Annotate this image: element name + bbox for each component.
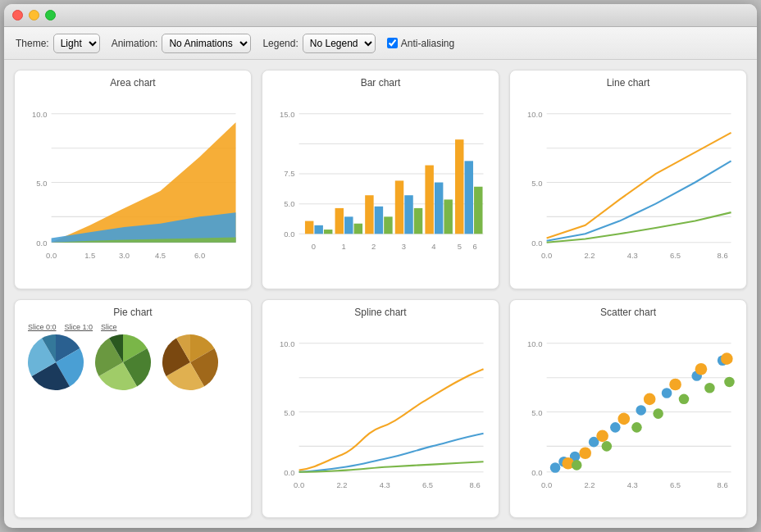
svg-rect-40 <box>465 161 473 234</box>
pie-legend-1: Slice 1:0 <box>65 323 93 331</box>
theme-selector-group: Theme: Light Dark Blue <box>16 34 100 53</box>
pie-legends: Slice 0:0 Slice 1:0 Slice <box>28 323 117 331</box>
svg-text:0.0: 0.0 <box>36 239 47 248</box>
svg-rect-27 <box>335 208 344 234</box>
svg-point-105 <box>679 393 690 404</box>
area-chart-card: Area chart 10.0 5.0 0.0 0.0 1.5 3.0 4.5 … <box>14 70 252 289</box>
bar-chart-svg: 15.0 7.5 0.0 <box>269 92 492 282</box>
svg-text:3: 3 <box>402 242 406 251</box>
svg-point-107 <box>724 376 735 387</box>
svg-point-106 <box>704 382 715 393</box>
scatter-chart-card: Scatter chart 10.0 5.0 0.0 <box>509 299 747 519</box>
svg-text:2.2: 2.2 <box>336 480 347 489</box>
svg-point-104 <box>653 408 663 419</box>
charts-grid: Area chart 10.0 5.0 0.0 0.0 1.5 3.0 4.5 … <box>4 60 757 528</box>
svg-rect-24 <box>305 221 313 234</box>
close-button[interactable] <box>12 10 23 20</box>
svg-rect-26 <box>324 230 332 234</box>
bar-chart-card: Bar chart 15.0 7.5 0.0 <box>262 70 499 289</box>
svg-text:0.0: 0.0 <box>294 480 304 489</box>
svg-point-97 <box>644 393 656 405</box>
svg-text:5.0: 5.0 <box>284 199 294 208</box>
svg-rect-38 <box>444 199 452 234</box>
svg-text:7.5: 7.5 <box>284 169 294 178</box>
svg-text:6.5: 6.5 <box>670 480 681 489</box>
line-chart-title: Line chart <box>607 77 650 89</box>
animation-select[interactable]: No Animations Fade <box>162 34 251 53</box>
title-bar <box>4 4 757 27</box>
svg-text:6: 6 <box>472 242 476 251</box>
pie-1-svg <box>28 334 84 390</box>
svg-text:10.0: 10.0 <box>527 110 542 119</box>
svg-rect-25 <box>314 225 322 234</box>
svg-point-90 <box>662 388 672 398</box>
svg-text:4.3: 4.3 <box>627 480 638 489</box>
svg-point-84 <box>550 462 561 473</box>
svg-rect-32 <box>384 216 392 234</box>
svg-point-94 <box>579 447 591 459</box>
svg-text:6.5: 6.5 <box>670 251 681 260</box>
svg-text:8.6: 8.6 <box>718 480 728 489</box>
svg-text:5.0: 5.0 <box>284 407 294 416</box>
svg-text:1: 1 <box>341 242 345 251</box>
minimize-button[interactable] <box>29 10 39 20</box>
pie-legend-2: Slice <box>101 323 117 331</box>
bar-chart-title: Bar chart <box>361 77 401 89</box>
legend-selector-group: Legend: No Legend Top Bottom <box>262 34 375 53</box>
svg-rect-41 <box>474 187 482 234</box>
svg-point-89 <box>636 405 646 416</box>
svg-text:0.0: 0.0 <box>46 251 57 260</box>
spline-chart-card: Spline chart 10.0 5.0 0.0 0.0 2.2 4.3 <box>262 299 499 519</box>
svg-rect-37 <box>435 183 443 234</box>
svg-text:15.0: 15.0 <box>280 110 294 119</box>
svg-point-99 <box>695 362 708 375</box>
pie-section: Slice 0:0 Slice 1:0 Slice <box>21 321 244 392</box>
svg-rect-29 <box>354 224 362 234</box>
svg-text:5.0: 5.0 <box>531 407 542 416</box>
svg-text:2: 2 <box>371 242 376 251</box>
antialiasing-label: Anti-aliasing <box>401 38 454 49</box>
svg-text:5: 5 <box>458 242 462 251</box>
svg-point-98 <box>669 378 681 390</box>
svg-point-88 <box>610 422 621 433</box>
svg-point-102 <box>602 441 613 452</box>
maximize-button[interactable] <box>45 10 56 20</box>
theme-label: Theme: <box>16 38 49 49</box>
pie-3-svg <box>162 334 218 390</box>
svg-rect-28 <box>344 216 353 234</box>
svg-text:3.0: 3.0 <box>119 251 130 260</box>
svg-rect-31 <box>375 207 383 234</box>
antialiasing-checkbox[interactable] <box>387 38 398 48</box>
pie-chart-title: Pie chart <box>113 307 152 318</box>
svg-text:2.2: 2.2 <box>584 251 595 260</box>
svg-text:8.6: 8.6 <box>718 251 728 260</box>
legend-select[interactable]: No Legend Top Bottom <box>303 34 376 53</box>
svg-text:0.0: 0.0 <box>531 239 542 248</box>
animation-label: Animation: <box>112 38 158 49</box>
svg-point-100 <box>721 352 733 365</box>
pie-legend-1-label[interactable]: Slice 1:0 <box>65 323 93 331</box>
svg-text:6.0: 6.0 <box>194 251 205 260</box>
svg-text:1.5: 1.5 <box>84 251 95 260</box>
svg-text:5.0: 5.0 <box>531 179 542 188</box>
main-window: Theme: Light Dark Blue Animation: No Ani… <box>4 4 757 528</box>
spline-chart-svg: 10.0 5.0 0.0 0.0 2.2 4.3 6.5 8.6 <box>269 321 492 512</box>
svg-point-95 <box>596 430 608 442</box>
svg-text:0.0: 0.0 <box>531 467 542 476</box>
svg-text:10.0: 10.0 <box>527 339 542 348</box>
svg-point-96 <box>617 412 630 425</box>
svg-text:4.3: 4.3 <box>380 480 390 489</box>
svg-text:4.5: 4.5 <box>155 251 166 260</box>
legend-label: Legend: <box>262 38 298 49</box>
svg-text:4.3: 4.3 <box>627 251 638 260</box>
area-chart-title: Area chart <box>110 77 155 89</box>
pie-legend-2-label[interactable]: Slice <box>101 323 117 331</box>
svg-rect-34 <box>404 195 412 234</box>
pie-legend-0-label[interactable]: Slice 0:0 <box>28 323 57 331</box>
pie-row <box>28 334 218 390</box>
theme-select[interactable]: Light Dark Blue <box>53 34 100 53</box>
toolbar: Theme: Light Dark Blue Animation: No Ani… <box>4 27 757 60</box>
scatter-chart-svg: 10.0 5.0 0.0 <box>517 321 740 512</box>
animation-selector-group: Animation: No Animations Fade <box>112 34 252 53</box>
svg-text:8.6: 8.6 <box>470 480 481 489</box>
